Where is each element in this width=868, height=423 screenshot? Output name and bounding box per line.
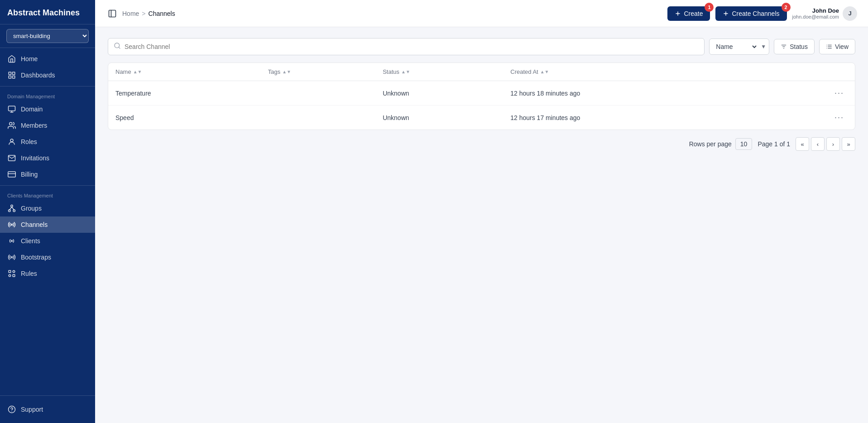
svg-rect-25 bbox=[109, 10, 116, 17]
sidebar-item-label: Members bbox=[21, 122, 47, 129]
svg-point-17 bbox=[11, 240, 13, 242]
bootstraps-icon bbox=[7, 253, 16, 262]
page-info: Page 1 of 1 bbox=[758, 140, 790, 148]
sidebar-item-bootstraps[interactable]: Bootstraps bbox=[0, 249, 95, 265]
sidebar-item-label: Bootstraps bbox=[21, 254, 51, 261]
sidebar-item-support[interactable]: Support bbox=[7, 402, 88, 417]
sidebar-item-members[interactable]: Members bbox=[0, 117, 95, 134]
sidebar-item-rules[interactable]: Rules bbox=[0, 265, 95, 282]
page-navigation: « ‹ › » bbox=[796, 137, 855, 151]
invitations-icon bbox=[7, 154, 16, 163]
sidebar-item-label: Dashboards bbox=[21, 72, 55, 79]
channels-table: Name ▲▼ Tags ▲▼ Status bbox=[108, 62, 855, 130]
sidebar-footer: Support bbox=[0, 395, 95, 423]
svg-point-8 bbox=[10, 139, 13, 142]
view-button[interactable]: View bbox=[819, 39, 855, 54]
sidebar-item-channels[interactable]: Channels bbox=[0, 216, 95, 233]
search-input[interactable] bbox=[125, 43, 699, 50]
members-icon bbox=[7, 121, 16, 130]
grid-icon bbox=[7, 71, 16, 80]
app-name: Abstract Machines bbox=[7, 8, 80, 17]
svg-point-18 bbox=[11, 257, 13, 258]
col-name: Name ▲▼ bbox=[108, 63, 261, 81]
breadcrumb-home[interactable]: Home bbox=[122, 10, 139, 17]
cell-created-at: 12 hours 17 minutes ago bbox=[503, 106, 760, 130]
cell-status: Unknown bbox=[375, 81, 503, 106]
svg-rect-2 bbox=[9, 76, 11, 78]
sort-select-wrap: Name Status Created At ▼ bbox=[709, 38, 769, 55]
cell-created-at: 12 hours 18 minutes ago bbox=[503, 81, 760, 106]
create-channels-button[interactable]: 2 Create Channels bbox=[715, 6, 786, 21]
billing-icon bbox=[7, 170, 16, 179]
sort-select[interactable]: Name Status Created At bbox=[710, 39, 758, 54]
sidebar-item-label: Billing bbox=[21, 171, 38, 178]
sidebar-item-label: Clients bbox=[21, 237, 40, 245]
svg-point-7 bbox=[10, 122, 12, 125]
create-button-label: Create bbox=[684, 10, 703, 17]
svg-rect-4 bbox=[9, 106, 15, 111]
sort-arrows-created-at: ▲▼ bbox=[540, 70, 549, 74]
page-next-button[interactable]: › bbox=[826, 137, 840, 151]
rows-per-page-value: 10 bbox=[735, 138, 753, 150]
sidebar-toggle-button[interactable] bbox=[106, 7, 119, 20]
chevron-down-icon: ▼ bbox=[758, 40, 769, 53]
pagination: Rows per page 10 Page 1 of 1 « ‹ › » bbox=[108, 137, 855, 151]
breadcrumb: Home > Channels bbox=[122, 10, 175, 17]
col-status: Status ▲▼ bbox=[375, 63, 503, 81]
badge-2: 2 bbox=[782, 3, 791, 12]
col-created-at: Created At ▲▼ bbox=[503, 63, 760, 81]
breadcrumb-current: Channels bbox=[149, 10, 175, 17]
cell-name: Speed bbox=[108, 106, 261, 130]
sidebar-item-label: Roles bbox=[21, 138, 37, 145]
cell-actions: ··· bbox=[760, 81, 855, 106]
create-button[interactable]: 1 Create bbox=[667, 6, 710, 21]
search-icon bbox=[114, 42, 121, 51]
app-logo: Abstract Machines bbox=[0, 0, 95, 24]
sidebar-item-dashboards[interactable]: Dashboards bbox=[0, 67, 95, 83]
page-prev-button[interactable]: ‹ bbox=[811, 137, 825, 151]
header: Home > Channels 1 Create 2 Create Channe… bbox=[95, 0, 868, 27]
breadcrumb-separator: > bbox=[142, 10, 145, 17]
page-content: Name Status Created At ▼ Status View bbox=[95, 27, 868, 423]
sidebar-item-label: Domain bbox=[21, 106, 43, 113]
svg-line-32 bbox=[119, 47, 120, 48]
svg-rect-1 bbox=[13, 72, 15, 74]
sidebar-item-label: Rules bbox=[21, 270, 37, 277]
clients-icon bbox=[7, 236, 16, 245]
sidebar-item-roles[interactable]: Roles bbox=[0, 134, 95, 150]
col-actions bbox=[760, 63, 855, 81]
col-tags: Tags ▲▼ bbox=[261, 63, 375, 81]
page-last-button[interactable]: » bbox=[842, 137, 855, 151]
sidebar-item-label: Groups bbox=[21, 205, 42, 212]
sidebar-item-groups[interactable]: Groups bbox=[0, 200, 95, 216]
user-email: john.doe@email.com bbox=[792, 14, 839, 19]
workspace-select[interactable]: smart-building bbox=[6, 29, 89, 43]
cell-tags bbox=[261, 106, 375, 130]
toolbar: Name Status Created At ▼ Status View bbox=[108, 38, 855, 55]
status-filter-button[interactable]: Status bbox=[774, 39, 815, 54]
sidebar-item-billing[interactable]: Billing bbox=[0, 166, 95, 183]
status-filter-label: Status bbox=[790, 43, 808, 50]
svg-rect-9 bbox=[8, 172, 16, 177]
sidebar-footer-label: Support bbox=[21, 406, 43, 413]
sidebar-item-invitations[interactable]: Invitations bbox=[0, 150, 95, 166]
cell-tags bbox=[261, 81, 375, 106]
cell-name: Temperature bbox=[108, 81, 261, 106]
svg-rect-20 bbox=[13, 274, 15, 277]
sidebar-item-home[interactable]: Home bbox=[0, 51, 95, 67]
page-first-button[interactable]: « bbox=[796, 137, 809, 151]
svg-line-14 bbox=[10, 207, 12, 210]
badge-1: 1 bbox=[705, 3, 714, 12]
svg-line-15 bbox=[12, 207, 14, 210]
groups-icon bbox=[7, 204, 16, 213]
row-actions-button[interactable]: ··· bbox=[831, 112, 848, 123]
svg-rect-0 bbox=[9, 72, 11, 74]
sort-arrows-status: ▲▼ bbox=[401, 70, 410, 74]
row-actions-button[interactable]: ··· bbox=[831, 87, 848, 99]
workspace-selector[interactable]: smart-building bbox=[0, 24, 95, 48]
sidebar-item-label: Channels bbox=[21, 221, 48, 228]
sidebar-item-domain[interactable]: Domain bbox=[0, 101, 95, 117]
sidebar-item-clients[interactable]: Clients bbox=[0, 233, 95, 249]
svg-point-16 bbox=[11, 224, 13, 226]
rows-per-page-label: Rows per page bbox=[689, 140, 732, 148]
